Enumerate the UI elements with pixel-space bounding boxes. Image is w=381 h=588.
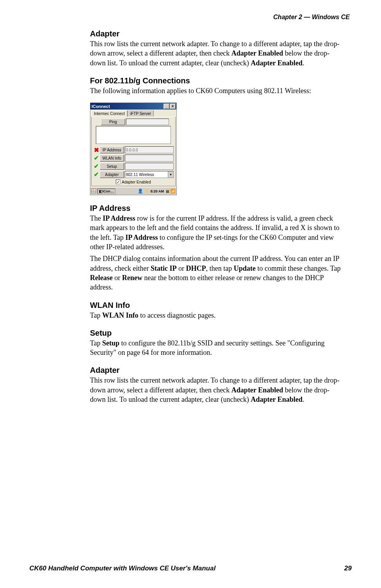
setup-row: ✔ Setup [93,163,174,170]
adapter-enabled-row: ✓ Adapter Enabled [93,180,174,184]
adapter-heading-2: Adapter [90,366,344,375]
text-span: The [90,214,102,222]
adapter-text-1: This row lists the current network adapt… [90,39,344,68]
connections-heading: For 802.11b/g Connections [90,76,344,85]
bold-span: Adapter Enabled [232,49,283,57]
page: Chapter 2 — Windows CE Adapter This row … [0,0,381,588]
ip-address-field: 0.0.0.0 [125,146,174,153]
tray-icon-4[interactable]: 📶 [170,189,176,194]
adapter-dropdown[interactable]: 802.11 Wireless ▼ [125,171,174,178]
content-area: Adapter This row lists the current netwo… [90,29,344,404]
ping-row: Ping [93,119,174,125]
bold-span: Adapter Enabled [251,59,302,67]
text-span: Tap [90,311,102,319]
adapter-row: ✔ Adapter 802.11 Wireless ▼ [93,171,174,178]
connections-text: The following information applies to CK6… [90,86,344,95]
text-span: to commit these changes. Tap [255,264,340,272]
x-icon: ✖ [93,147,100,153]
tab-content: Ping ✖ IP Address 0.0.0.0 ✔ WLAN Info [91,117,176,186]
page-number: 29 [344,565,352,572]
bold-span: Setup [102,339,119,347]
chapter-header: Chapter 2 — Windows CE [29,12,352,21]
bold-span: IP Address [102,214,135,222]
ip-address-heading: IP Address [90,204,344,213]
adapter-heading-1: Adapter [90,29,344,38]
ip-address-text-2: The DHCP dialog contains information abo… [90,254,344,292]
taskbar[interactable]: 🪟 ◧ICon… 👤 ⚡ 8:20 AM 🖥 📶 [90,187,176,195]
footer-title: CK60 Handheld Computer with Windows CE U… [29,565,216,572]
start-icon[interactable]: 🪟 [91,188,97,194]
check-icon: ✔ [93,163,100,170]
ip-address-button[interactable]: IP Address [100,146,124,153]
ping-field[interactable] [126,119,169,125]
check-icon: ✔ [93,155,100,162]
bold-span: Release [90,274,113,282]
close-button[interactable]: × [170,104,176,109]
wlan-info-text: Tap WLAN Info to access diagnostic pages… [90,311,344,320]
bold-span: WLAN Info [102,311,138,319]
app-icon: ◧ [99,189,102,193]
bold-span: Adapter Enabled [251,396,302,403]
setup-heading: Setup [90,329,344,338]
ip-address-row: ✖ IP Address 0.0.0.0 [93,146,174,153]
check-icon: ✔ [93,171,100,178]
text-span: to access diagnostic pages. [138,311,216,319]
wlan-info-heading: WLAN Info [90,301,344,310]
text-span: . [302,396,304,403]
app-label: ICon… [102,189,114,193]
text-span: , then tap [206,264,234,272]
wlan-info-button[interactable]: WLAN Info [100,155,124,162]
tab-iftp-server[interactable]: iFTP Server [128,110,154,117]
iconnect-dialog: IConnect _ × Intermec Connect iFTP Serve… [90,102,177,195]
text-span: Tap [90,339,102,347]
ip-address-text-1: The IP Address row is for the current IP… [90,214,344,252]
titlebar[interactable]: IConnect _ × [90,103,176,110]
bold-span: Static IP [151,264,177,272]
tray-icon-3[interactable]: 🖥 [165,189,169,194]
tab-intermec-connect[interactable]: Intermec Connect [91,110,128,117]
tab-row: Intermec Connect iFTP Server [90,110,176,117]
adapter-button[interactable]: Adapter [100,171,124,178]
bold-span: Renew [122,274,142,282]
taskbar-app[interactable]: ◧ICon… [97,189,115,194]
adapter-text-2: This row lists the current network adapt… [90,376,344,404]
chevron-down-icon[interactable]: ▼ [168,171,173,178]
adapter-value: 802.11 Wireless [126,173,154,177]
bold-span: IP Address [125,234,158,241]
ping-button[interactable]: Ping [101,119,125,125]
clock: 8:20 AM [151,189,164,193]
output-textarea[interactable] [96,126,171,144]
bold-span: DHCP [186,264,206,272]
adapter-enabled-label: Adapter Enabled [122,180,151,184]
wlan-info-row: ✔ WLAN Info [93,155,174,162]
tray-icon-1[interactable]: 👤 [138,189,143,194]
titlebar-text: IConnect [91,104,163,109]
minimize-button[interactable]: _ [164,104,169,109]
tray-icon-2[interactable]: ⚡ [144,189,149,194]
setup-text: Tap Setup to configure the 802.11b/g SSI… [90,338,344,358]
setup-button[interactable]: Setup [100,163,124,170]
wlan-info-field [125,155,174,162]
text-span: to configure the 802.11b/g SSID and secu… [90,339,325,356]
bold-span: Adapter Enabled [232,386,283,394]
bold-span: Update [234,264,255,272]
text-span: . [302,59,304,67]
adapter-enabled-checkbox[interactable]: ✓ [116,180,120,184]
text-span: or [113,274,122,282]
text-span: or [176,264,186,272]
footer: CK60 Handheld Computer with Windows CE U… [29,565,352,572]
setup-field [125,163,174,170]
